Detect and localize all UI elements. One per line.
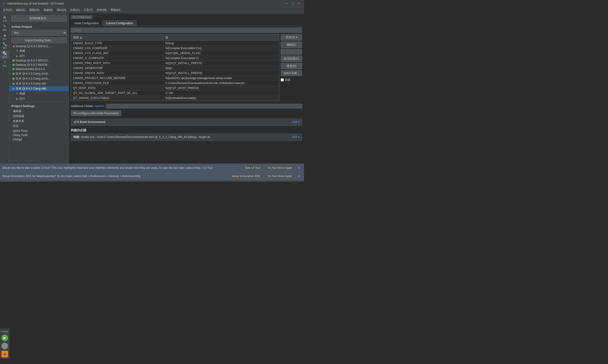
status-tab-overview[interactable]: 6 概要信息 [147,182,164,182]
tree-item-run-2[interactable]: ▶ 运行 [10,96,69,101]
menu-help[interactable]: 帮助(H) [109,8,122,13]
unset-button[interactable]: 取消设置(U) [281,56,302,62]
tree-item-android-x86-64[interactable]: 安卓 Qt 6.4.3 Clang x86... [10,86,69,91]
build-step-detail[interactable]: 详情 ▾ [292,135,299,139]
cmake-value: %{Qt:QT_INSTALL_PREFIX} [163,61,279,66]
dot-icon-2 [12,64,15,66]
menu-file[interactable]: 文件(F) [1,8,14,13]
do-not-show-again-button-1[interactable]: Do Not Show Again [265,165,295,170]
menu-build[interactable]: 构建(B) [41,8,55,13]
play-icon-1: ▶ [16,54,18,58]
table-row[interactable]: QT_OMAKE_EXECUTABLE %{Qt:amakeExecutable… [71,96,279,101]
project-select[interactable]: test [11,30,67,36]
settings-editor[interactable]: 编辑器 [10,109,69,114]
tree-item-run-1[interactable]: ▶ 运行 [10,53,69,58]
sidebar-item-edit[interactable]: ✎ 编辑 [0,24,9,32]
settings-code-style[interactable]: 代码风格 [10,114,69,119]
status-tab-search[interactable]: 2 搜索结果 [53,182,69,182]
tree-item-android-arme[interactable]: 安卓 Qt 6.4.3 Clang arme... [10,76,69,81]
set-button[interactable]: Set [281,49,302,55]
table-row[interactable]: CMAKE_C_COMPILER %{Compiler:Executable:C… [71,56,279,61]
table-row[interactable]: CMAKE_CXX_FLAGS_INIT %{Qt:QML_DEBUG_FLAG… [71,51,279,56]
tree-item-android-arm6[interactable]: 安卓 Qt 6.4.3 Clang arm6... [10,71,69,76]
tab-initial-configuration[interactable]: Initial Configuration [71,20,102,26]
sidebar-item-design[interactable]: ◈ 设计 [0,33,9,41]
tree-item-desktop-msvc[interactable]: 🖥 Desktop Qt 6.4.3 MSVC2... [10,44,69,48]
help-label: 帮助 [3,65,7,68]
settings-quick-fixes[interactable]: Quick Fixes [10,129,69,133]
settings-dependencies[interactable]: 依赖关系 [10,119,69,124]
table-row[interactable]: CMAKE_PROJECT_INCLUDE_BEFORE %{buildDir}… [71,76,279,81]
cmake-key: CMAKE_PROJECT_INCLUDE_BEFORE [71,76,163,81]
table-row[interactable]: CMAKE_GENERATOR Ninja [71,66,279,71]
webassembly-label: WebAssembly Qt 6.4.3 [16,67,45,71]
status-tab-issues[interactable]: 1 问题 [40,182,52,182]
notification-area: Would you like to take a quick UI tour? … [0,164,304,181]
main-layout: ⊞ 欢迎 ✎ 编辑 ◈ 设计 🔧 调试 🔩 项目 ? 帮助 管理构建套件... … [0,13,304,164]
settings-environment[interactable]: 环境 [10,124,69,129]
run-label-2: 运行 [19,97,25,101]
desktop-msvc2-label: Desktop Qt 6.4.3 MSVC2... [16,59,50,62]
cmake-value: %{Compiler:Executable:Cxx} [163,46,279,51]
dot-icon-1 [12,59,15,62]
cmake-options-link[interactable]: options: [94,104,104,108]
manage-kits-button[interactable]: 管理构建套件... [11,15,67,22]
table-row[interactable]: QT_HOST_PATH %{Qt:QT_HOST_PREFIX} [71,86,279,91]
do-not-show-again-button-2[interactable]: Do Not Show Again [265,174,295,179]
tree-item-desktop-msvc2[interactable]: Desktop Qt 6.4.3 MSVC2... [10,58,69,63]
menu-analyze[interactable]: 分析(A) [68,8,81,13]
table-row[interactable]: CMAKE_PREFIX_PATH %{Qt:QT_INSTALL_PREFIX… [71,71,279,76]
table-row[interactable]: CMAKE_TOOLCHAIN_FILE C:/Users/Remote/Dow… [71,81,279,86]
menu-view[interactable]: 视图(W) [27,8,41,13]
menu-controls[interactable]: 控件(W) [95,8,109,13]
advanced-checkbox[interactable] [281,78,284,81]
wrench-icon-2: ✎ [16,92,19,95]
status-tab-vcs[interactable]: 7 版本控制 [165,182,181,182]
settings-clangd[interactable]: Clangd [10,137,69,142]
menu-tools[interactable]: 工具(T) [81,8,94,13]
sidebar-item-debug[interactable]: 🔧 调试 [0,41,9,50]
minimize-button[interactable]: ─ [284,1,289,6]
tree-item-android-x86[interactable]: 安卓 Qt 6.4.3 Clang x86 [10,81,69,86]
filter-input[interactable] [71,27,302,33]
batch-edit-button[interactable]: Batch Edit... [281,70,302,76]
project-settings-label: Project Settings [10,102,69,109]
advanced-checkbox-container: 高级 [281,78,302,82]
status-tab-test[interactable]: 8 测试结果 [183,182,199,182]
settings-clang-tools[interactable]: Clang Tools [10,133,69,137]
tree-item-desktop-mingw[interactable]: Desktop Qt 6.4.3 MinGW... [10,63,69,67]
edit-button[interactable]: 编辑(E) [281,41,302,48]
close-notification-1[interactable]: ✕ [297,166,302,170]
table-row[interactable]: CMAKE_CXX_COMPILER %{Compiler:Executable… [71,46,279,51]
cmake-key: CMAKE_TOOLCHAIN_FILE [71,81,163,86]
table-row[interactable]: CMAKE_BUILD_TYPE Debug [71,41,279,46]
cmake-options-input[interactable] [106,104,302,108]
cmake-value: %{Qt:QML_DEBUG_FLAG} [163,51,279,56]
close-button[interactable]: ✕ [297,1,302,6]
sidebar-item-help[interactable]: ? 帮助 [0,60,9,68]
reset-button[interactable]: 重置(R) [281,63,302,69]
tree-item-build-1[interactable]: ✎ 构建 [10,48,69,53]
status-tab-compile[interactable]: 4 编译输出 [94,182,110,182]
sidebar-item-welcome[interactable]: ⊞ 欢迎 [0,14,9,23]
status-tab-app-output[interactable]: 3 应用程序输出 [71,182,92,182]
menu-debug[interactable]: 调试(D) [55,8,68,13]
reconfigure-button[interactable]: Re-configure with Initial Parameters [71,110,121,116]
build-env-detail[interactable]: 详情 ▾ [292,120,299,124]
cmake-key: CMAKE_BUILD_TYPE [71,41,163,46]
table-row[interactable]: QT_NO_GLOBAL_APK_TARGET_PART_OF_ALL ☑ ON [71,91,279,96]
maximize-button[interactable]: □ [290,1,296,6]
sidebar-item-project[interactable]: 🔩 项目 [0,51,9,59]
table-row[interactable]: CMAKE_FIND_ROOT_PATH %{Qt:QT_INSTALL_PRE… [71,61,279,66]
import-build-button[interactable]: Import Existing Build... [11,38,67,43]
menu-edit[interactable]: 编辑(E) [14,8,27,13]
add-button[interactable]: 添加(A) ▾ [281,34,302,41]
setup-emscripten-button[interactable]: Setup Emscripten SDK [229,174,263,179]
tab-current-configuration[interactable]: Current Configuration [102,20,137,26]
tree-item-build-2[interactable]: ✎ 构建 [10,91,69,96]
close-notification-2[interactable]: ✕ [297,174,302,178]
config-tabs: Initial Configuration Current Configurat… [71,20,302,26]
additional-cmake-label: Additional CMake [71,104,93,108]
tree-item-webassembly[interactable]: WebAssembly Qt 6.4.3 [10,67,69,71]
take-ui-tour-button[interactable]: Take UI Tour [242,165,263,170]
